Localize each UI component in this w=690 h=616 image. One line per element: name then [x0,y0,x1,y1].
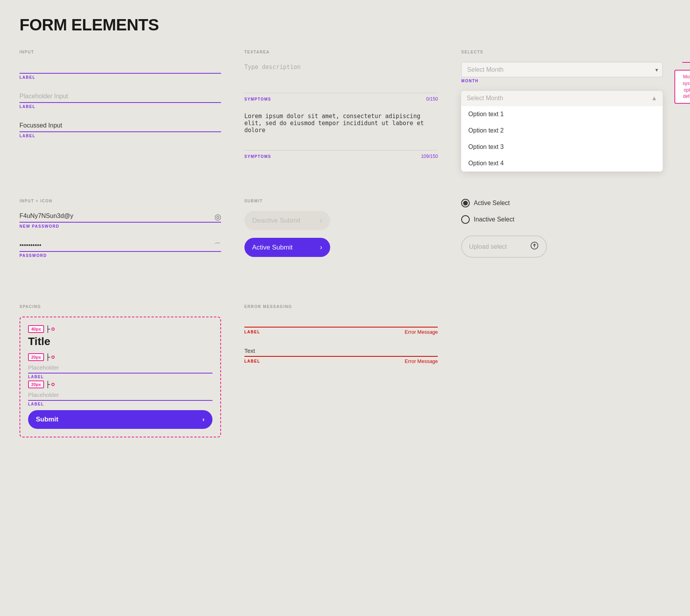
error-input-2[interactable] [244,346,438,357]
radio-active-circle[interactable] [461,199,470,207]
radio-inactive-group: Inactive Select [461,215,663,224]
active-chevron-icon: › [320,243,322,251]
mobile-tooltip: Mobile system option default [674,70,690,104]
select-month[interactable]: Select Month [461,62,663,77]
spacing-submit-label: Submit [36,416,58,423]
focussed-input-label: LABEL [19,134,221,138]
password-label: PASSWORD [19,253,221,258]
dropdown-open: Select Month ▲ Option text 1 Option text… [461,91,663,172]
spacing-section: SPACING 40px ├ Title 20px ├ LABEL 20px [19,304,237,437]
spacing-badge-20-1: 20px [28,353,44,361]
selects-section: SELECTS Select Month ▾ MONTH Mobile syst… [453,50,671,199]
input-section: INPUT LABEL LABEL LABEL [19,50,237,199]
dropdown-header: Select Month ▲ [461,91,663,106]
error-input-1[interactable] [244,317,438,327]
input-group-plain: LABEL [19,62,221,80]
new-password-input[interactable] [19,211,221,223]
eye-icon[interactable]: ◎ [214,212,221,221]
textarea-group-filled: Lorem ipsum dolor sit amet, consectetur … [244,111,438,159]
spacing-sublabel-2: LABEL [28,402,212,406]
input-group-focussed: LABEL [19,120,221,138]
input-icon-label: INPUT + ICON [19,199,221,203]
textarea-section: TEXTAREA SYMPTOMS 0/150 Lorem ipsum dolo… [237,50,454,199]
error-label-1: LABEL [244,330,260,334]
radio-active-label: Active Select [474,200,510,207]
textarea-empty[interactable] [244,62,438,93]
spacing-badge-40: 40px [28,325,44,333]
upload-select-label: Upload select [469,243,507,250]
spacing-sublabel-1: LABEL [28,375,212,379]
textarea-filled-label: SYMPTOMS [244,154,271,159]
error-group-1: LABEL Error Message [244,317,438,335]
active-submit-label: Active Submit [252,244,293,251]
spacing-box: 40px ├ Title 20px ├ LABEL 20px ├ [19,317,221,437]
deactive-submit-label: Deactive Submit [252,217,301,225]
plain-input-label: LABEL [19,75,221,80]
spacing-submit-button[interactable]: Submit › [28,410,212,429]
deactive-chevron-icon: › [320,216,322,225]
selects-radio-section: Active Select Inactive Select Upload sel… [453,199,671,285]
focussed-input[interactable] [19,120,221,132]
submit-section-label: SUBMIT [244,199,438,203]
placeholder-input-label: LABEL [19,104,221,109]
input-icon-section: INPUT + ICON ◎ NEW PASSWORD ⌒ PASSWORD [19,199,237,285]
textarea-filled-count: 109/150 [421,154,438,159]
upload-icon [530,241,539,252]
upload-select-button[interactable]: Upload select [461,235,547,258]
spacing-section-label: SPACING [19,304,221,309]
input-password-visible: ◎ NEW PASSWORD [19,211,221,228]
dropdown-option-2[interactable]: Option text 2 [461,122,663,139]
submit-active-group: Active Submit › [244,238,438,257]
radio-inactive-label: Inactive Select [474,216,514,223]
spacing-badge-20-2: 20px [28,381,44,388]
page-title: FORM ELEMENTS [19,16,671,34]
textarea-filled[interactable]: Lorem ipsum dolor sit amet, consectetur … [244,111,438,150]
password-input[interactable] [19,240,221,252]
input-password-hidden: ⌒ PASSWORD [19,240,221,258]
error-label-2: LABEL [244,359,260,363]
spacing-input-1[interactable] [28,363,212,373]
select-month-sublabel: MONTH [461,79,663,83]
dropdown-up-arrow-icon: ▲ [651,95,657,102]
submit-deactive-group: Deactive Submit › [244,211,438,230]
dropdown-option-3[interactable]: Option text 3 [461,139,663,155]
error-section: ERROR MESSAGING LABEL Error Message LABE… [237,304,454,437]
error-message-1: Error Message [405,329,438,335]
new-password-label: NEW PASSWORD [19,224,221,228]
textarea-empty-count: 0/150 [426,96,438,102]
select-month-group: Select Month ▾ MONTH Mobile system optio… [461,62,663,83]
spacing-input-2[interactable] [28,390,212,401]
error-group-2: LABEL Error Message [244,346,438,364]
dropdown-option-1[interactable]: Option text 1 [461,106,663,122]
dropdown-option-4[interactable]: Option text 4 [461,155,663,172]
placeholder-input[interactable] [19,91,221,103]
submit-section: SUBMIT Deactive Submit › Active Submit › [237,199,454,285]
error-section-label: ERROR MESSAGING [244,304,438,309]
spacing-dot-3 [51,383,55,386]
active-submit-button[interactable]: Active Submit › [244,238,330,257]
radio-inactive-circle[interactable] [461,215,470,224]
textarea-section-label: TEXTAREA [244,50,438,54]
input-section-label: INPUT [19,50,221,54]
dropdown-placeholder: Select Month [467,95,503,102]
radio-active-inner [463,201,468,205]
deactive-submit-button[interactable]: Deactive Submit › [244,211,330,230]
radio-active-group: Active Select [461,199,663,207]
error-message-2: Error Message [405,358,438,364]
plain-input[interactable] [19,62,221,74]
textarea-group-empty: SYMPTOMS 0/150 [244,62,438,102]
textarea-empty-label: SYMPTOMS [244,97,271,101]
spacing-title: Title [28,335,212,348]
spacing-dot-2 [51,356,55,359]
input-group-placeholder: LABEL [19,91,221,109]
select-open-group: Select Month ▲ Option text 1 Option text… [461,91,663,172]
spacing-submit-chevron-icon: › [202,416,205,423]
spacing-dot-1 [51,327,55,331]
eye-off-icon[interactable]: ⌒ [214,241,221,251]
selects-section-label: SELECTS [461,50,663,54]
